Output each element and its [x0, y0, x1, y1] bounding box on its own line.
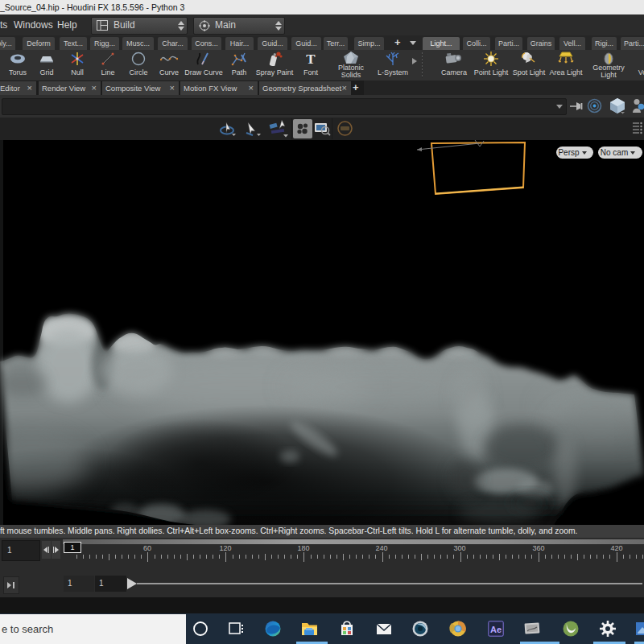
- svg-text:T: T: [306, 52, 316, 66]
- svg-text:Ae: Ae: [490, 625, 502, 634]
